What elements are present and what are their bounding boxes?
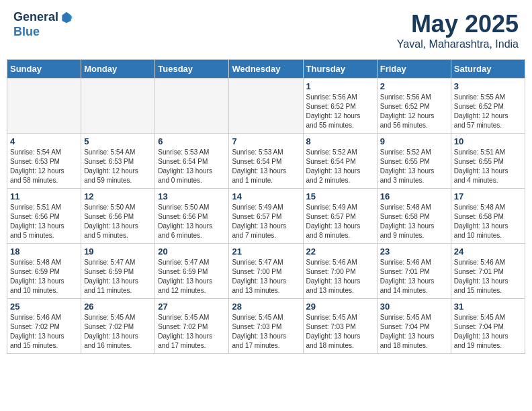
day-info: Sunrise: 5:47 AM Sunset: 6:59 PM Dayligh… (158, 258, 226, 295)
day-number: 6 (158, 136, 226, 146)
day-number: 17 (454, 191, 522, 201)
calendar-cell: 7Sunrise: 5:53 AM Sunset: 6:54 PM Daylig… (229, 134, 303, 189)
day-info: Sunrise: 5:48 AM Sunset: 6:58 PM Dayligh… (454, 203, 522, 240)
day-info: Sunrise: 5:45 AM Sunset: 7:03 PM Dayligh… (306, 313, 374, 351)
day-info: Sunrise: 5:46 AM Sunset: 7:01 PM Dayligh… (380, 258, 448, 295)
calendar-cell: 17Sunrise: 5:48 AM Sunset: 6:58 PM Dayli… (451, 189, 525, 244)
day-number: 23 (380, 246, 448, 257)
logo-text-blue: Blue (13, 25, 73, 40)
page-header: General Blue May 2025 Yaval, Maharashtra… (7, 7, 525, 54)
day-info: Sunrise: 5:55 AM Sunset: 6:52 PM Dayligh… (454, 93, 522, 130)
calendar-cell: 11Sunrise: 5:51 AM Sunset: 6:56 PM Dayli… (7, 189, 81, 244)
day-number: 31 (454, 302, 522, 312)
weekday-header-friday: Friday (377, 60, 451, 79)
calendar-cell: 15Sunrise: 5:49 AM Sunset: 6:57 PM Dayli… (303, 189, 377, 244)
day-number: 24 (454, 246, 522, 257)
calendar-cell: 21Sunrise: 5:47 AM Sunset: 7:00 PM Dayli… (229, 244, 303, 299)
weekday-header-thursday: Thursday (303, 60, 377, 79)
logo-text-general: General (13, 10, 58, 25)
day-number: 1 (306, 81, 374, 91)
day-info: Sunrise: 5:53 AM Sunset: 6:54 PM Dayligh… (158, 148, 226, 185)
day-info: Sunrise: 5:50 AM Sunset: 6:56 PM Dayligh… (158, 203, 226, 240)
weekday-header-sunday: Sunday (7, 60, 81, 79)
calendar-cell: 19Sunrise: 5:47 AM Sunset: 6:59 PM Dayli… (81, 244, 155, 299)
calendar-cell: 14Sunrise: 5:49 AM Sunset: 6:57 PM Dayli… (229, 189, 303, 244)
calendar-cell: 20Sunrise: 5:47 AM Sunset: 6:59 PM Dayli… (155, 244, 229, 299)
day-info: Sunrise: 5:51 AM Sunset: 6:56 PM Dayligh… (10, 203, 78, 240)
day-info: Sunrise: 5:50 AM Sunset: 6:56 PM Dayligh… (84, 203, 152, 240)
logo-icon (60, 11, 73, 24)
title-block: May 2025 Yaval, Maharashtra, India (397, 10, 519, 50)
calendar-cell (81, 79, 155, 134)
calendar-cell: 12Sunrise: 5:50 AM Sunset: 6:56 PM Dayli… (81, 189, 155, 244)
day-number: 25 (10, 302, 78, 312)
calendar-cell: 30Sunrise: 5:45 AM Sunset: 7:04 PM Dayli… (377, 299, 451, 354)
logo: General Blue (13, 10, 73, 39)
day-number: 26 (84, 302, 152, 312)
calendar-cell: 16Sunrise: 5:48 AM Sunset: 6:58 PM Dayli… (377, 189, 451, 244)
calendar-cell: 28Sunrise: 5:45 AM Sunset: 7:03 PM Dayli… (229, 299, 303, 354)
day-info: Sunrise: 5:45 AM Sunset: 7:03 PM Dayligh… (232, 313, 300, 351)
day-number: 4 (10, 136, 78, 146)
day-info: Sunrise: 5:48 AM Sunset: 6:59 PM Dayligh… (10, 258, 78, 295)
day-info: Sunrise: 5:56 AM Sunset: 6:52 PM Dayligh… (380, 93, 448, 130)
calendar-cell (155, 79, 229, 134)
calendar-week-row: 1Sunrise: 5:56 AM Sunset: 6:52 PM Daylig… (7, 79, 525, 134)
calendar-cell: 8Sunrise: 5:52 AM Sunset: 6:54 PM Daylig… (303, 134, 377, 189)
weekday-header-monday: Monday (81, 60, 155, 79)
calendar-table: SundayMondayTuesdayWednesdayThursdayFrid… (7, 59, 525, 354)
calendar-cell: 23Sunrise: 5:46 AM Sunset: 7:01 PM Dayli… (377, 244, 451, 299)
day-number: 7 (232, 136, 300, 146)
calendar-cell: 31Sunrise: 5:45 AM Sunset: 7:04 PM Dayli… (451, 299, 525, 354)
day-info: Sunrise: 5:45 AM Sunset: 7:04 PM Dayligh… (380, 313, 448, 351)
day-number: 20 (158, 246, 226, 257)
calendar-cell: 5Sunrise: 5:54 AM Sunset: 6:53 PM Daylig… (81, 134, 155, 189)
calendar-week-row: 4Sunrise: 5:54 AM Sunset: 6:53 PM Daylig… (7, 134, 525, 189)
day-info: Sunrise: 5:47 AM Sunset: 7:00 PM Dayligh… (232, 258, 300, 295)
day-info: Sunrise: 5:51 AM Sunset: 6:55 PM Dayligh… (454, 148, 522, 185)
day-number: 15 (306, 191, 374, 201)
weekday-header-saturday: Saturday (451, 60, 525, 79)
day-number: 3 (454, 81, 522, 91)
calendar-cell (229, 79, 303, 134)
calendar-cell: 27Sunrise: 5:45 AM Sunset: 7:02 PM Dayli… (155, 299, 229, 354)
day-info: Sunrise: 5:54 AM Sunset: 6:53 PM Dayligh… (10, 148, 78, 185)
calendar-cell: 22Sunrise: 5:46 AM Sunset: 7:00 PM Dayli… (303, 244, 377, 299)
day-info: Sunrise: 5:45 AM Sunset: 7:04 PM Dayligh… (454, 313, 522, 351)
day-info: Sunrise: 5:46 AM Sunset: 7:00 PM Dayligh… (306, 258, 374, 295)
day-number: 18 (10, 246, 78, 257)
day-number: 2 (380, 81, 448, 91)
calendar-cell: 4Sunrise: 5:54 AM Sunset: 6:53 PM Daylig… (7, 134, 81, 189)
day-info: Sunrise: 5:46 AM Sunset: 7:02 PM Dayligh… (10, 313, 78, 351)
main-title: May 2025 (397, 10, 519, 38)
day-info: Sunrise: 5:48 AM Sunset: 6:58 PM Dayligh… (380, 203, 448, 240)
calendar-cell: 13Sunrise: 5:50 AM Sunset: 6:56 PM Dayli… (155, 189, 229, 244)
calendar-cell: 9Sunrise: 5:52 AM Sunset: 6:55 PM Daylig… (377, 134, 451, 189)
calendar-week-row: 18Sunrise: 5:48 AM Sunset: 6:59 PM Dayli… (7, 244, 525, 299)
day-info: Sunrise: 5:47 AM Sunset: 6:59 PM Dayligh… (84, 258, 152, 295)
calendar-cell: 10Sunrise: 5:51 AM Sunset: 6:55 PM Dayli… (451, 134, 525, 189)
day-info: Sunrise: 5:45 AM Sunset: 7:02 PM Dayligh… (158, 313, 226, 351)
day-number: 22 (306, 246, 374, 257)
day-number: 19 (84, 246, 152, 257)
day-info: Sunrise: 5:52 AM Sunset: 6:54 PM Dayligh… (306, 148, 374, 185)
day-info: Sunrise: 5:53 AM Sunset: 6:54 PM Dayligh… (232, 148, 300, 185)
weekday-header-row: SundayMondayTuesdayWednesdayThursdayFrid… (7, 60, 525, 79)
day-number: 8 (306, 136, 374, 146)
day-number: 9 (380, 136, 448, 146)
calendar-cell: 1Sunrise: 5:56 AM Sunset: 6:52 PM Daylig… (303, 79, 377, 134)
day-number: 27 (158, 302, 226, 312)
day-info: Sunrise: 5:56 AM Sunset: 6:52 PM Dayligh… (306, 93, 374, 130)
day-number: 21 (232, 246, 300, 257)
day-number: 29 (306, 302, 374, 312)
day-info: Sunrise: 5:49 AM Sunset: 6:57 PM Dayligh… (306, 203, 374, 240)
calendar-cell: 26Sunrise: 5:45 AM Sunset: 7:02 PM Dayli… (81, 299, 155, 354)
day-number: 12 (84, 191, 152, 201)
calendar-cell: 18Sunrise: 5:48 AM Sunset: 6:59 PM Dayli… (7, 244, 81, 299)
day-info: Sunrise: 5:52 AM Sunset: 6:55 PM Dayligh… (380, 148, 448, 185)
calendar-cell: 29Sunrise: 5:45 AM Sunset: 7:03 PM Dayli… (303, 299, 377, 354)
day-number: 11 (10, 191, 78, 201)
calendar-cell: 2Sunrise: 5:56 AM Sunset: 6:52 PM Daylig… (377, 79, 451, 134)
day-number: 14 (232, 191, 300, 201)
day-number: 16 (380, 191, 448, 201)
